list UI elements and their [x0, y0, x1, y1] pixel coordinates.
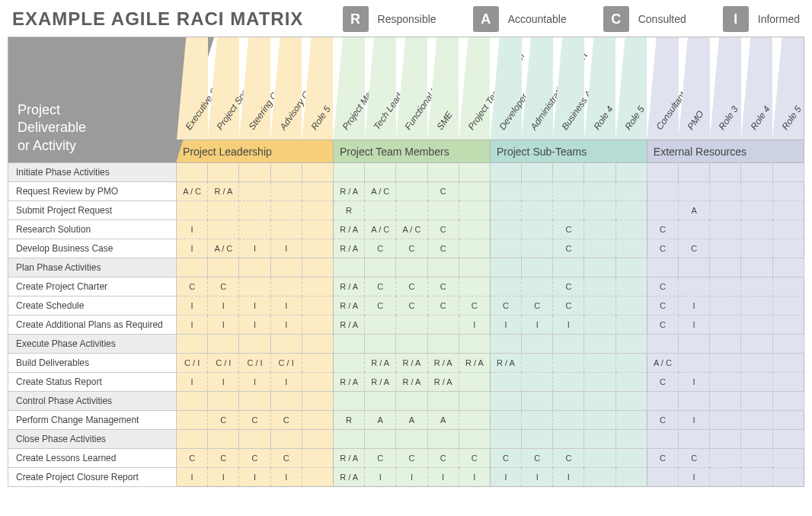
matrix-cell: [177, 335, 208, 354]
matrix-cell: R / A: [333, 373, 364, 392]
matrix-cell: [710, 220, 741, 239]
matrix-cell: [615, 373, 647, 392]
activity-row: Research SolutionIR / AA / CA / CCCC: [8, 220, 804, 239]
legend-badge-c: C: [603, 6, 629, 32]
matrix-cell: [584, 392, 615, 411]
matrix-cell: C: [365, 277, 396, 296]
matrix-cell: [396, 335, 427, 354]
matrix-cell: [710, 182, 741, 201]
matrix-cell: [490, 430, 521, 449]
matrix-cell: [584, 335, 615, 354]
matrix-cell: R / A: [333, 449, 364, 468]
matrix-cell: [772, 373, 804, 392]
matrix-cell: [208, 220, 239, 239]
matrix-cell: I: [270, 239, 302, 258]
matrix-cell: [270, 392, 302, 411]
activity-row: Create Project Closure ReportIIIIR / AII…: [8, 468, 804, 487]
matrix-cell: [490, 373, 521, 392]
phase-row: Initiate Phase Activities: [8, 163, 804, 182]
role-header: Role 5: [302, 37, 333, 140]
matrix-cell: C: [553, 239, 584, 258]
matrix-cell: R / A: [333, 316, 364, 335]
matrix-cell: [615, 449, 647, 468]
matrix-cell: [679, 258, 710, 277]
matrix-cell: [553, 258, 584, 277]
matrix-cell: [490, 220, 521, 239]
matrix-cell: [522, 354, 553, 373]
matrix-cell: [615, 411, 647, 430]
matrix-cell: C: [647, 296, 678, 316]
matrix-cell: [615, 201, 647, 220]
matrix-cell: [459, 220, 490, 239]
legend-label: Responsible: [378, 13, 436, 25]
role-header: PMO: [679, 37, 710, 140]
matrix-cell: [741, 392, 772, 411]
matrix-cell: C: [427, 277, 459, 296]
matrix-cell: [270, 258, 302, 277]
role-header: Consultant: [647, 37, 678, 140]
activity-row: Create Status ReportIIIIR / AR / AR / AR…: [8, 373, 804, 392]
matrix-cell: C: [270, 449, 302, 468]
matrix-cell: R / A: [333, 239, 364, 258]
matrix-cell: [584, 430, 615, 449]
matrix-cell: R / A: [459, 354, 490, 373]
matrix-cell: [239, 201, 270, 220]
matrix-cell: [427, 392, 459, 411]
matrix-cell: C: [647, 239, 678, 258]
matrix-cell: [177, 392, 208, 411]
matrix-cell: C: [490, 296, 521, 316]
matrix-cell: [679, 392, 710, 411]
matrix-cell: I: [270, 316, 302, 335]
matrix-cell: I: [239, 296, 270, 316]
matrix-cell: [584, 296, 615, 316]
matrix-cell: C: [177, 277, 208, 296]
raci-matrix-table: ProjectDeliverableor ActivityExecutive S…: [8, 37, 804, 487]
phase-row: Close Phase Activities: [8, 430, 804, 449]
matrix-cell: A / C: [208, 239, 239, 258]
matrix-cell: [710, 201, 741, 220]
matrix-cell: [710, 354, 741, 373]
matrix-cell: C: [239, 411, 270, 430]
matrix-cell: R / A: [333, 182, 364, 201]
matrix-cell: I: [522, 468, 553, 487]
matrix-cell: A: [396, 411, 427, 430]
role-header: Executive Sponsor: [177, 37, 208, 140]
matrix-cell: C: [647, 277, 678, 296]
matrix-cell: [584, 182, 615, 201]
corner-header: ProjectDeliverableor Activity: [8, 37, 177, 163]
matrix-cell: [647, 182, 678, 201]
matrix-cell: C / I: [239, 354, 270, 373]
role-header: Project Manager: [333, 37, 364, 140]
activity-row: Submit Project RequestRA: [8, 201, 804, 220]
matrix-cell: I: [490, 316, 521, 335]
matrix-cell: [522, 163, 553, 182]
legend-badge-a: A: [473, 6, 499, 32]
role-header: Functional Lead: [396, 37, 427, 140]
matrix-cell: [615, 468, 647, 487]
matrix-cell: [333, 335, 364, 354]
matrix-cell: [302, 411, 333, 430]
matrix-cell: [710, 411, 741, 430]
matrix-cell: [710, 316, 741, 335]
role-header: Role 5: [772, 37, 804, 140]
matrix-cell: [302, 163, 333, 182]
activity-row: Create ScheduleIIIIR / ACCCCCCCCI: [8, 296, 804, 316]
row-label: Build Deliverables: [8, 354, 177, 373]
matrix-cell: [333, 430, 364, 449]
matrix-cell: I: [270, 296, 302, 316]
matrix-cell: A: [679, 201, 710, 220]
matrix-cell: [772, 277, 804, 296]
matrix-cell: [302, 258, 333, 277]
matrix-cell: C: [208, 449, 239, 468]
matrix-cell: [239, 392, 270, 411]
phase-row: Execute Phase Activities: [8, 335, 804, 354]
matrix-cell: [679, 335, 710, 354]
matrix-cell: [177, 163, 208, 182]
matrix-cell: [302, 468, 333, 487]
matrix-cell: [553, 201, 584, 220]
matrix-cell: C: [490, 449, 521, 468]
matrix-cell: [365, 258, 396, 277]
matrix-cell: [522, 182, 553, 201]
matrix-cell: C: [270, 411, 302, 430]
matrix-cell: C: [208, 411, 239, 430]
